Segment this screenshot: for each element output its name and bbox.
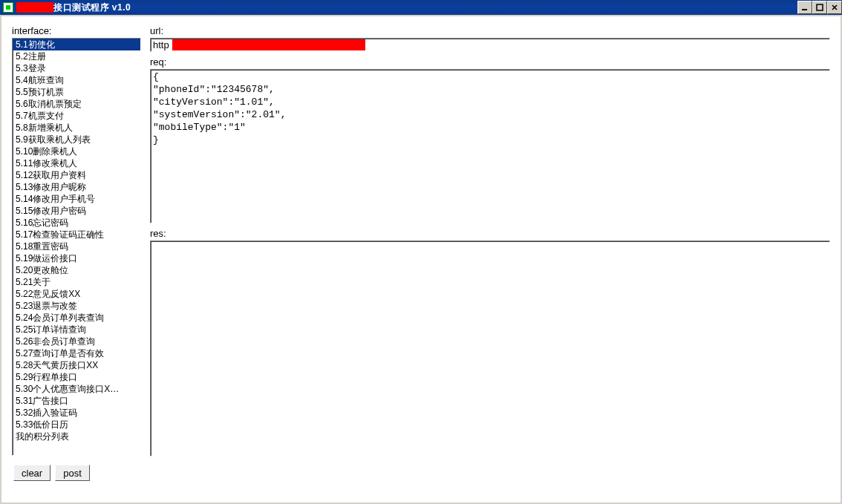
window-buttons xyxy=(797,0,842,15)
list-item[interactable]: 5.3登录 xyxy=(13,62,140,74)
list-item[interactable]: 5.8新增乘机人 xyxy=(13,122,140,134)
list-item[interactable]: 5.16忘记密码 xyxy=(13,217,140,229)
list-item[interactable]: 5.1初使化 xyxy=(13,39,140,50)
list-item[interactable]: 5.33低价日历 xyxy=(13,419,140,431)
list-item[interactable]: 5.23退票与改签 xyxy=(13,300,140,312)
req-textarea[interactable] xyxy=(150,69,830,223)
list-item[interactable]: 5.18重置密码 xyxy=(13,240,140,252)
list-item[interactable]: 5.24会员订单列表查询 xyxy=(13,312,140,324)
list-item[interactable]: 5.21关于 xyxy=(13,276,140,288)
list-item[interactable]: 5.25订单详情查询 xyxy=(13,324,140,336)
list-item[interactable]: 5.10删除乘机人 xyxy=(13,145,140,157)
svg-rect-0 xyxy=(802,9,807,10)
list-item[interactable]: 5.6取消机票预定 xyxy=(13,98,140,110)
list-item[interactable]: 5.26非会员订单查询 xyxy=(13,336,140,347)
window-title: 接口测试程序 v1.0 xyxy=(53,1,131,14)
list-item[interactable]: 5.31广告接口 xyxy=(13,395,140,407)
interface-label: interface: xyxy=(12,25,141,36)
minimize-button[interactable] xyxy=(797,1,812,14)
list-item[interactable]: 5.14修改用户手机号 xyxy=(13,193,140,205)
list-item[interactable]: 5.17检查验证码正确性 xyxy=(13,229,140,240)
list-item[interactable]: 5.28天气黄历接口XX xyxy=(13,359,140,371)
req-label: req: xyxy=(150,56,830,68)
list-item[interactable]: 5.29行程单接口 xyxy=(13,371,140,383)
list-item[interactable]: 5.7机票支付 xyxy=(13,110,140,122)
list-item[interactable]: 5.27查询订单是否有效 xyxy=(13,347,140,359)
list-item[interactable]: 5.11修改乘机人 xyxy=(13,157,140,169)
clear-button[interactable]: clear xyxy=(13,465,50,481)
list-item[interactable]: 5.30个人优惠查询接口X… xyxy=(13,383,140,395)
client-area: interface: 5.1初使化5.2注册5.3登录5.4航班查询5.5预订机… xyxy=(0,15,842,504)
list-item[interactable]: 5.22意见反馈XX xyxy=(13,288,140,300)
title-bar: 接口测试程序 v1.0 xyxy=(0,0,842,15)
list-item[interactable]: 我的积分列表 xyxy=(13,431,140,442)
app-icon xyxy=(3,2,13,13)
list-item[interactable]: 5.2注册 xyxy=(13,50,140,62)
list-item[interactable]: 5.12获取用户资料 xyxy=(13,169,140,181)
svg-rect-1 xyxy=(817,4,823,10)
close-button[interactable] xyxy=(827,1,842,14)
res-textarea[interactable] xyxy=(150,240,830,456)
maximize-button[interactable] xyxy=(812,1,827,14)
list-item[interactable]: 5.19做运价接口 xyxy=(13,252,140,264)
post-button[interactable]: post xyxy=(55,465,90,481)
url-label: url: xyxy=(150,25,830,36)
list-item[interactable]: 5.20更改舱位 xyxy=(13,264,140,276)
list-item[interactable]: 5.9获取乘机人列表 xyxy=(13,134,140,145)
url-redacted xyxy=(172,39,365,50)
list-item[interactable]: 5.13修改用户昵称 xyxy=(13,181,140,193)
title-redacted xyxy=(16,2,53,13)
list-item[interactable]: 5.32插入验证码 xyxy=(13,407,140,419)
interface-listbox[interactable]: 5.1初使化5.2注册5.3登录5.4航班查询5.5预订机票5.6取消机票预定5… xyxy=(12,38,141,456)
list-item[interactable]: 5.4航班查询 xyxy=(13,74,140,86)
list-item[interactable]: 5.15修改用户密码 xyxy=(13,205,140,217)
res-label: res: xyxy=(150,228,830,239)
list-item[interactable]: 5.5预订机票 xyxy=(13,86,140,98)
